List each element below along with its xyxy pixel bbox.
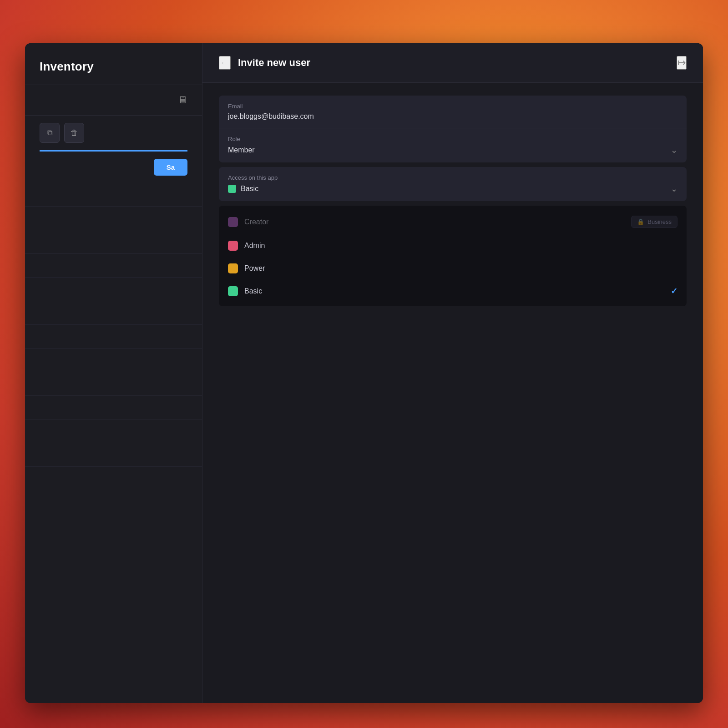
panel-header: ← Invite new user ↦ — [202, 43, 703, 83]
dropdown-item-basic[interactable]: Basic ✓ — [219, 280, 687, 303]
action-buttons: ⧉ 🗑 — [25, 116, 202, 150]
email-value: joe.bloggs@budibase.com — [228, 112, 677, 121]
access-value-row: Basic — [228, 185, 258, 193]
dropdown-item-power[interactable]: Power — [219, 257, 687, 280]
table-row — [25, 325, 202, 349]
access-field-container[interactable]: Access on this app Basic ⌄ — [219, 167, 687, 201]
table-row — [25, 372, 202, 396]
save-button[interactable]: Sa — [154, 159, 187, 176]
role-field-row: Member ⌄ — [228, 145, 677, 155]
table-row — [25, 278, 202, 301]
table-row — [25, 230, 202, 254]
left-panel: Inventory 🖥 ⧉ 🗑 Sa — [25, 43, 202, 703]
dropdown-item-admin[interactable]: Admin — [219, 234, 687, 257]
creator-label: Creator — [244, 218, 631, 226]
left-header: Inventory — [25, 43, 202, 85]
role-label: Role — [228, 136, 677, 142]
panel-title: Invite new user — [238, 57, 669, 69]
toolbar-row: 🖥 — [25, 85, 202, 116]
role-value: Member — [228, 146, 255, 154]
business-badge-label: Business — [647, 218, 672, 225]
power-label: Power — [244, 264, 677, 273]
admin-color-icon — [228, 241, 238, 251]
basic-color-icon — [228, 286, 238, 296]
right-panel: ← Invite new user ↦ Email joe.bloggs@bud… — [202, 43, 703, 703]
access-value: Basic — [241, 185, 258, 193]
access-dropdown: Creator 🔒 Business Admin Power — [219, 206, 687, 306]
duplicate-icon: ⧉ — [47, 129, 52, 137]
delete-button[interactable]: 🗑 — [64, 123, 84, 143]
monitor-icon: 🖥 — [177, 94, 187, 106]
trash-icon: 🗑 — [71, 129, 78, 137]
app-window: Inventory 🖥 ⧉ 🗑 Sa — [25, 43, 703, 703]
email-label: Email — [228, 103, 677, 110]
table-row — [25, 420, 202, 443]
duplicate-button[interactable]: ⧉ — [40, 123, 60, 143]
lock-icon: 🔒 — [637, 218, 644, 225]
access-green-dot — [228, 185, 236, 193]
access-section: Access on this app Basic ⌄ — [219, 167, 687, 201]
panel-content: Email joe.bloggs@budibase.com Role Membe… — [202, 83, 703, 703]
access-chevron-down-icon: ⌄ — [671, 184, 677, 194]
back-button[interactable]: ← — [219, 56, 231, 70]
email-field-container: Email joe.bloggs@budibase.com — [219, 96, 687, 128]
back-arrow-icon: ← — [220, 57, 230, 69]
table-row — [25, 443, 202, 467]
admin-label: Admin — [244, 242, 677, 250]
table-row — [25, 396, 202, 420]
selected-checkmark-icon: ✓ — [671, 286, 677, 296]
left-rows — [25, 183, 202, 703]
save-btn-row: Sa — [25, 152, 202, 183]
table-row — [25, 254, 202, 278]
access-field-row: Basic ⌄ — [228, 184, 677, 194]
table-row — [25, 349, 202, 372]
table-row — [25, 207, 202, 230]
table-row — [25, 301, 202, 325]
power-color-icon — [228, 263, 238, 273]
role-field-container[interactable]: Role Member ⌄ — [219, 128, 687, 162]
dropdown-item-creator[interactable]: Creator 🔒 Business — [219, 209, 687, 234]
export-button[interactable]: ↦ — [677, 56, 687, 70]
access-label: Access on this app — [228, 174, 677, 181]
export-icon: ↦ — [677, 57, 686, 68]
basic-label: Basic — [244, 287, 671, 295]
email-role-section: Email joe.bloggs@budibase.com Role Membe… — [219, 96, 687, 162]
table-row — [25, 183, 202, 207]
business-badge: 🔒 Business — [631, 216, 677, 228]
role-chevron-down-icon: ⌄ — [671, 145, 677, 155]
inventory-title: Inventory — [40, 60, 94, 73]
creator-color-icon — [228, 217, 238, 227]
